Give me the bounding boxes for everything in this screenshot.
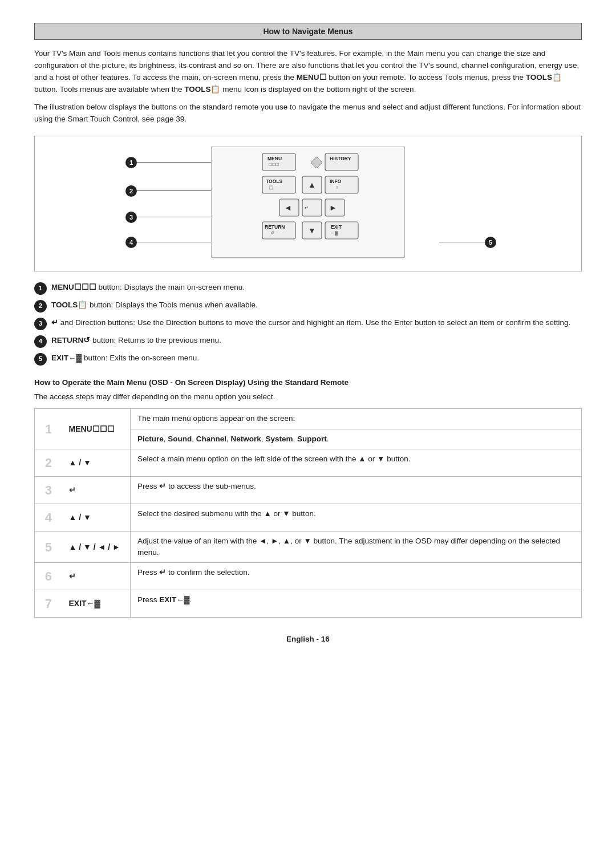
bullet-text-4: RETURN↺ button: Returns to the previous … bbox=[51, 335, 221, 346]
intro-paragraph1: Your TV's Main and Tools menus contains … bbox=[34, 48, 582, 96]
bullet-num-1: 1 bbox=[34, 282, 47, 295]
bullet-num-4: 4 bbox=[34, 335, 47, 348]
bullet-num-5: 5 bbox=[34, 353, 47, 366]
svg-text:◄: ◄ bbox=[284, 203, 292, 212]
callout-3: 3 bbox=[125, 212, 137, 223]
svg-text:↵: ↵ bbox=[305, 205, 309, 210]
osd-icon-6: ↵ bbox=[62, 563, 131, 590]
bullet-num-2: 2 bbox=[34, 300, 47, 313]
osd-num-5: 5 bbox=[35, 531, 62, 563]
osd-num-1: 1 bbox=[35, 409, 62, 449]
bullet-item-3: 3 ↵ and Direction buttons: Use the Direc… bbox=[34, 317, 582, 330]
svg-text:HISTORY: HISTORY bbox=[330, 156, 351, 161]
osd-desc-1b: Picture, Sound, Channel, Network, System… bbox=[131, 429, 582, 449]
svg-text:TOOLS: TOOLS bbox=[266, 178, 282, 184]
osd-icon-2: ▲ / ▼ bbox=[62, 449, 131, 476]
section-header: How to Navigate Menus bbox=[34, 23, 582, 40]
bullet-item-4: 4 RETURN↺ button: Returns to the previou… bbox=[34, 335, 582, 348]
svg-text:☐☐☐: ☐☐☐ bbox=[269, 163, 279, 167]
svg-text:←▓: ←▓ bbox=[331, 231, 338, 236]
svg-text:▲: ▲ bbox=[308, 180, 316, 189]
osd-icon-4: ▲ / ▼ bbox=[62, 504, 131, 531]
osd-num-4: 4 bbox=[35, 504, 62, 531]
svg-text:I: I bbox=[337, 185, 338, 189]
osd-desc-2: Select a main menu option on the left si… bbox=[131, 449, 582, 476]
svg-text:▼: ▼ bbox=[308, 226, 316, 235]
osd-row-1: 1 MENU☐☐☐ The main menu options appear o… bbox=[35, 409, 582, 429]
svg-text:📋: 📋 bbox=[269, 185, 274, 190]
svg-text:RETURN: RETURN bbox=[265, 224, 285, 230]
svg-text:►: ► bbox=[329, 203, 337, 212]
footer-label: English - 16 bbox=[34, 635, 582, 643]
callout-2: 2 bbox=[125, 185, 137, 197]
osd-desc-4: Select the desired submenu with the ▲ or… bbox=[131, 504, 582, 531]
svg-text:↺: ↺ bbox=[270, 230, 274, 236]
osd-row-5: 5 ▲ / ▼ / ◄ / ► Adjust the value of an i… bbox=[35, 531, 582, 563]
bullet-text-3: ↵ and Direction buttons: Use the Directi… bbox=[51, 317, 570, 328]
remote-buttons-svg: MENU ☐☐☐ HISTORY TOOLS 📋 ▲ INFO I ◄ bbox=[211, 147, 405, 261]
bullet-item-1: 1 MENU☐☐☐ button: Displays the main on-s… bbox=[34, 282, 582, 295]
osd-row-3: 3 ↵ Press ↵ to access the sub-menus. bbox=[35, 476, 582, 504]
osd-icon-1: MENU☐☐☐ bbox=[62, 409, 131, 449]
osd-num-2: 2 bbox=[35, 449, 62, 476]
osd-table: 1 MENU☐☐☐ The main menu options appear o… bbox=[34, 408, 582, 618]
numbered-bullets-list: 1 MENU☐☐☐ button: Displays the main on-s… bbox=[34, 282, 582, 366]
osd-row-6: 6 ↵ Press ↵ to confirm the selection. bbox=[35, 563, 582, 590]
svg-text:MENU: MENU bbox=[268, 156, 282, 161]
bullet-item-5: 5 EXIT←▓ button: Exits the on-screen men… bbox=[34, 352, 582, 366]
svg-rect-26 bbox=[325, 222, 358, 239]
osd-desc-5: Adjust the value of an item with the ◄, … bbox=[131, 531, 582, 563]
bullet-text-2: TOOLS📋 button: Displays the Tools menus … bbox=[51, 299, 258, 311]
line-5 bbox=[439, 242, 485, 242]
remote-diagram: 1 2 3 4 5 MENU ☐☐☐ HISTORY bbox=[34, 136, 582, 271]
svg-text:EXIT: EXIT bbox=[331, 224, 342, 230]
osd-desc-7: Press EXIT←▓. bbox=[131, 590, 582, 618]
osd-desc-1a: The main menu options appear on the scre… bbox=[131, 409, 582, 429]
osd-row-4: 4 ▲ / ▼ Select the desired submenu with … bbox=[35, 504, 582, 531]
osd-icon-5: ▲ / ▼ / ◄ / ► bbox=[62, 531, 131, 563]
intro-paragraph2: The illustration below displays the butt… bbox=[34, 102, 582, 125]
callout-5: 5 bbox=[485, 237, 496, 248]
osd-icon-7: EXIT←▓ bbox=[62, 590, 131, 618]
osd-desc-3: Press ↵ to access the sub-menus. bbox=[131, 476, 582, 504]
svg-text:INFO: INFO bbox=[330, 178, 342, 184]
subsection-subtitle: The access steps may differ depending on… bbox=[34, 391, 582, 403]
osd-row-7: 7 EXIT←▓ Press EXIT←▓. bbox=[35, 590, 582, 618]
bullet-num-3: 3 bbox=[34, 318, 47, 330]
bullet-text-1: MENU☐☐☐ button: Displays the main on-scr… bbox=[51, 282, 245, 293]
osd-icon-3: ↵ bbox=[62, 476, 131, 504]
osd-num-3: 3 bbox=[35, 476, 62, 504]
osd-num-6: 6 bbox=[35, 563, 62, 590]
bullet-item-2: 2 TOOLS📋 button: Displays the Tools menu… bbox=[34, 299, 582, 313]
subsection-title: How to Operate the Main Menu (OSD - On S… bbox=[34, 378, 582, 387]
osd-row-2: 2 ▲ / ▼ Select a main menu option on the… bbox=[35, 449, 582, 476]
callout-4: 4 bbox=[125, 237, 137, 248]
bullet-text-5: EXIT←▓ button: Exits the on-screen menu. bbox=[51, 352, 199, 364]
osd-desc-6: Press ↵ to confirm the selection. bbox=[131, 563, 582, 590]
callout-1: 1 bbox=[125, 157, 137, 168]
osd-num-7: 7 bbox=[35, 590, 62, 618]
